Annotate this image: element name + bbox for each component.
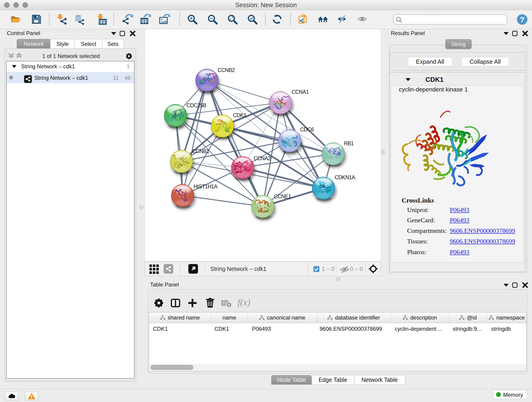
svg-text:CDC25B: CDC25B — [186, 102, 206, 108]
svg-text:CDKN1A: CDKN1A — [335, 174, 355, 180]
svg-text:CDK1: CDK1 — [233, 112, 246, 118]
svg-text:CCNA2: CCNA2 — [254, 155, 271, 161]
svg-text:CCNB2: CCNB2 — [218, 67, 234, 73]
svg-text:CCNE1: CCNE1 — [274, 193, 291, 199]
svg-text:CCNA1: CCNA1 — [292, 89, 309, 95]
svg-text:CCNB1: CCNB1 — [192, 148, 209, 154]
svg-text:HIST1H1A: HIST1H1A — [194, 184, 218, 190]
svg-text:RB1: RB1 — [344, 140, 354, 147]
svg-text:CDC6: CDC6 — [300, 127, 314, 133]
